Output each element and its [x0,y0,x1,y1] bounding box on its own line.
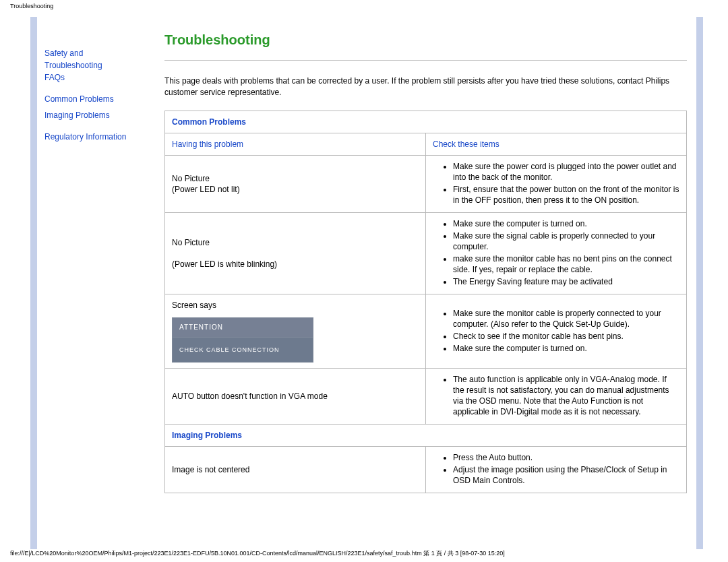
list-item: First, ensure that the power button on t… [453,184,679,206]
checks-cell: Press the Auto button. Adjust the image … [426,447,687,493]
checks-cell: The auto function is applicable only in … [426,369,687,425]
document-page: Troubleshooting Safety and Troubleshooti… [0,0,728,562]
troubleshooting-table: Common Problems Having this problem Chec… [164,111,687,493]
section-header-imaging: Imaging Problems [165,425,687,447]
table-row: Common Problems [165,111,687,133]
table-row: Screen says ATTENTION CHECK CABLE CONNEC… [165,294,687,369]
problem-text: Screen says [172,301,216,310]
sidebar-link-safety-troubleshooting[interactable]: Safety and Troubleshooting [44,49,102,70]
list-item: The auto function is applicable only in … [453,374,679,417]
left-decorative-bar [30,17,37,549]
checks-cell: Make sure the monitor cable is properly … [426,294,687,369]
table-row: Having this problem Check these items [165,133,687,156]
problem-text: No Picture [172,238,210,247]
intro-paragraph: This page deals with problems that can b… [164,75,687,98]
table-row: Image is not centered Press the Auto but… [165,447,687,493]
divider [164,60,687,61]
main-content: Troubleshooting This page deals with pro… [164,32,687,493]
list-item: Make sure the computer is turned on. [453,343,679,354]
sidebar-link-imaging-problems[interactable]: Imaging Problems [44,111,110,120]
list-item: Make sure the monitor cable is properly … [453,308,679,330]
list-item: Make sure the computer is turned on. [453,218,679,229]
sidebar-link-regulatory-information[interactable]: Regulatory Information [44,132,126,142]
page-title: Troubleshooting [164,32,687,48]
problem-cell: AUTO button doesn't function in VGA mode [165,369,426,425]
sidebar-nav: Safety and Troubleshooting FAQs Common P… [44,47,152,152]
attention-box: ATTENTION CHECK CABLE CONNECTION [172,317,313,363]
footer-path: file:///E|/LCD%20Monitor%20OEM/Philips/M… [10,549,505,558]
sidebar-label: Safety and [44,49,83,58]
column-header-checks: Check these items [426,133,687,156]
list-item: Press the Auto button. [453,452,679,463]
table-row: Imaging Problems [165,425,687,447]
problem-cell: No Picture (Power LED is white blinking) [165,213,426,294]
attention-title: ATTENTION [172,317,313,338]
list-item: Adjust the image position using the Phas… [453,464,679,486]
problem-cell: No Picture (Power LED not lit) [165,156,426,213]
table-row: AUTO button doesn't function in VGA mode… [165,369,687,425]
section-header-common: Common Problems [165,111,687,133]
problem-text: No Picture [172,174,210,183]
problem-text: Image is not centered [172,465,249,474]
table-row: No Picture (Power LED not lit) Make sure… [165,156,687,213]
problem-text: AUTO button doesn't function in VGA mode [172,392,328,401]
sidebar-link-common-problems[interactable]: Common Problems [44,94,114,104]
column-header-problem: Having this problem [165,133,426,156]
list-item: The Energy Saving feature may be activat… [453,276,679,287]
problem-text: (Power LED not lit) [172,185,240,194]
checks-cell: Make sure the computer is turned on. Mak… [426,213,687,294]
problem-text: (Power LED is white blinking) [172,259,277,269]
table-row: No Picture (Power LED is white blinking)… [165,213,687,294]
problem-cell: Screen says ATTENTION CHECK CABLE CONNEC… [165,294,426,369]
list-item: make sure the monitor cable has no bent … [453,253,679,275]
sidebar-label: Troubleshooting [44,61,102,70]
attention-message: CHECK CABLE CONNECTION [172,338,313,363]
sidebar-link-faqs[interactable]: FAQs [44,73,65,82]
problem-cell: Image is not centered [165,447,426,493]
list-item: Make sure the signal cable is properly c… [453,230,679,252]
list-item: Make sure the power cord is plugged into… [453,161,679,183]
browser-tab-label: Troubleshooting [10,3,53,9]
right-decorative-bar [696,17,703,549]
list-item: Check to see if the monitor cable has be… [453,331,679,342]
checks-cell: Make sure the power cord is plugged into… [426,156,687,213]
